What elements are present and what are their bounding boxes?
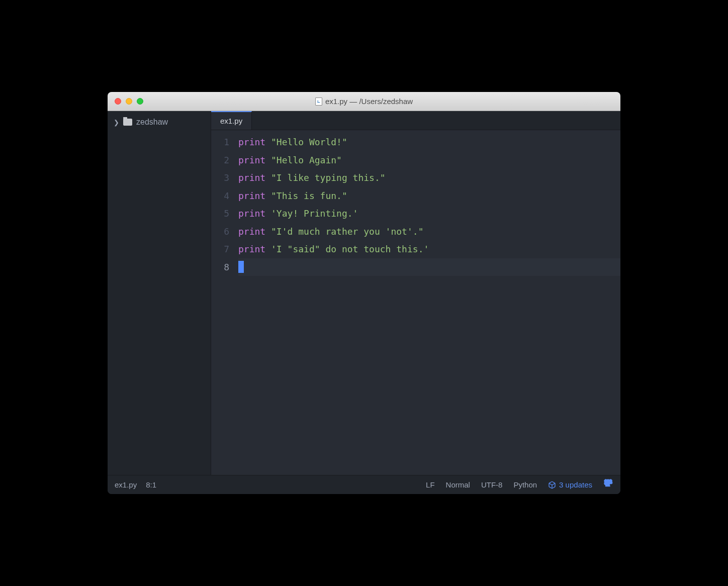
tab-label: ex1.py (220, 117, 242, 125)
maximize-button[interactable] (137, 98, 143, 105)
squirrel-icon[interactable] (603, 478, 613, 491)
keyword: print (238, 208, 265, 219)
code-line[interactable]: print "Hello Again" (238, 151, 620, 169)
code-line[interactable]: print "Hello World!" (238, 133, 620, 151)
string-literal: "I'd much rather you 'not'." (271, 226, 423, 237)
traffic-lights (108, 98, 143, 105)
file-icon (315, 97, 322, 106)
code-content[interactable]: print "Hello World!"print "Hello Again"p… (238, 130, 620, 475)
gutter: 12345678 (211, 130, 238, 475)
line-number: 4 (211, 187, 229, 205)
line-number: 8 (211, 258, 229, 276)
body-area: ❯ zedshaw ex1.py 12345678 print "Hello W… (108, 111, 620, 475)
cursor (238, 261, 244, 273)
editor-column: ex1.py 12345678 print "Hello World!"prin… (211, 111, 620, 475)
keyword: print (238, 155, 265, 165)
code-line[interactable]: print "I'd much rather you 'not'." (238, 223, 620, 241)
line-number: 5 (211, 205, 229, 223)
code-line[interactable] (238, 258, 620, 276)
folder-label: zedshaw (136, 118, 168, 127)
string-literal: 'Yay! Printing.' (271, 208, 358, 219)
titlebar: ex1.py — /Users/zedshaw (108, 92, 620, 111)
close-button[interactable] (115, 98, 121, 105)
tabs-bar: ex1.py (211, 111, 620, 130)
line-number: 7 (211, 240, 229, 258)
code-line[interactable]: print 'I "said" do not touch this.' (238, 240, 620, 258)
package-icon (548, 481, 556, 489)
status-position[interactable]: 8:1 (146, 480, 156, 489)
editor-window: ex1.py — /Users/zedshaw ❯ zedshaw ex1.py… (108, 92, 620, 494)
status-filename[interactable]: ex1.py (115, 480, 137, 489)
tab-ex1[interactable]: ex1.py (211, 111, 252, 130)
status-updates-text: 3 updates (559, 480, 592, 489)
window-title: ex1.py — /Users/zedshaw (108, 97, 620, 106)
minimize-button[interactable] (126, 98, 132, 105)
keyword: print (238, 172, 265, 183)
status-line-ending[interactable]: LF (426, 480, 435, 489)
sidebar: ❯ zedshaw (108, 111, 211, 475)
line-number: 6 (211, 223, 229, 241)
code-line[interactable]: print "I like typing this." (238, 169, 620, 187)
keyword: print (238, 226, 265, 237)
code-line[interactable]: print "This is fun." (238, 187, 620, 205)
keyword: print (238, 244, 265, 254)
statusbar: ex1.py 8:1 LF Normal UTF-8 Python 3 upda… (108, 475, 620, 494)
tree-root-folder[interactable]: ❯ zedshaw (108, 115, 211, 129)
status-encoding[interactable]: UTF-8 (481, 480, 503, 489)
chevron-right-icon: ❯ (114, 119, 119, 126)
status-updates[interactable]: 3 updates (548, 480, 592, 489)
string-literal: 'I "said" do not touch this.' (271, 244, 429, 254)
window-title-text: ex1.py — /Users/zedshaw (325, 97, 413, 106)
string-literal: "Hello Again" (271, 155, 342, 165)
editor-area[interactable]: 12345678 print "Hello World!"print "Hell… (211, 130, 620, 475)
keyword: print (238, 137, 265, 147)
keyword: print (238, 190, 265, 201)
string-literal: "This is fun." (271, 190, 347, 201)
status-language[interactable]: Python (513, 480, 537, 489)
line-number: 1 (211, 133, 229, 151)
string-literal: "I like typing this." (271, 172, 386, 183)
code-line[interactable]: print 'Yay! Printing.' (238, 205, 620, 223)
folder-icon (123, 119, 132, 126)
line-number: 2 (211, 151, 229, 169)
string-literal: "Hello World!" (271, 137, 347, 147)
line-number: 3 (211, 169, 229, 187)
status-mode[interactable]: Normal (446, 480, 470, 489)
